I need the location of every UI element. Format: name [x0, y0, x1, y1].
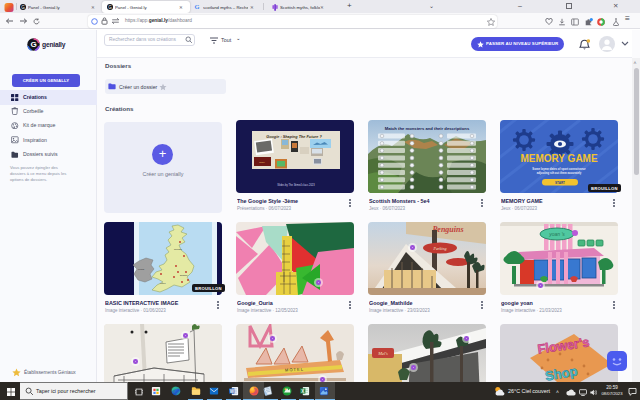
svg-text:England: England: [180, 274, 187, 276]
svg-text:Slides by The 3ème4 class 2023: Slides by The 3ème4 class 2023: [277, 183, 315, 187]
svg-text:Ireland: Ireland: [138, 268, 144, 270]
svg-text:Match the monsters and their d: Match the monsters and their description…: [385, 126, 470, 131]
svg-text:W: W: [230, 389, 235, 394]
svg-text:Penguins: Penguins: [432, 225, 463, 234]
svg-text:Mel's: Mel's: [377, 351, 388, 356]
svg-text:START: START: [555, 181, 565, 185]
svg-text:X: X: [301, 389, 304, 394]
svg-text:G: G: [21, 5, 25, 10]
svg-text:G: G: [195, 4, 200, 10]
svg-text:Wales: Wales: [160, 282, 165, 284]
svg-text:adjusting sth out them accurat: adjusting sth out them accurately: [537, 171, 582, 175]
svg-text:M O T E L: M O T E L: [285, 366, 304, 372]
svg-text:yoan 's: yoan 's: [548, 231, 565, 237]
svg-text:MEMORY GAME: MEMORY GAME: [520, 153, 598, 164]
svg-text:Scotland: Scotland: [174, 248, 182, 250]
svg-text:G: G: [31, 40, 37, 49]
svg-text:Googie : Shaping The Future ?: Googie : Shaping The Future ?: [266, 135, 322, 139]
svg-text:G: G: [108, 5, 112, 10]
svg-text:Parking: Parking: [433, 246, 447, 251]
